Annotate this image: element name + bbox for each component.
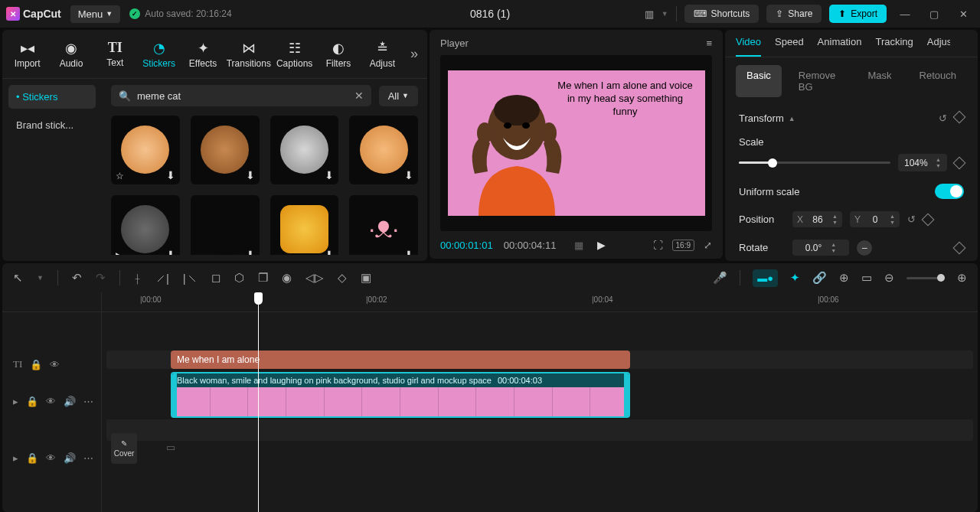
sticker-item[interactable]: ⬇ [349,116,418,184]
text-clip[interactable]: Me when I am alone [171,351,630,369]
download-icon[interactable]: ⬇ [166,169,175,181]
more-icon[interactable]: ⋯ [83,396,93,407]
mute-icon[interactable]: 🔊 [64,396,76,407]
tab-transitions[interactable]: ⋈Transitions [225,37,273,72]
sticker-item[interactable]: ·ᴥ·⬇ [349,195,418,255]
inspector-tab-animation[interactable]: Animation [818,36,862,57]
reset-icon[interactable]: ↺ [907,214,916,225]
sticker-item[interactable]: ⬇ [191,195,260,255]
keyframe-icon[interactable] [953,241,966,254]
inspector-tab-video[interactable]: Video [736,36,761,57]
tab-filters[interactable]: ◐Filters [316,37,360,72]
visibility-icon[interactable]: 👁 [46,452,56,464]
export-button[interactable]: ⬆ Export [829,5,887,23]
mic-tool[interactable]: 🎤 [713,271,727,285]
keyframe-icon[interactable] [953,156,966,169]
search-box[interactable]: 🔍 ✕ [111,85,371,106]
lock-icon[interactable]: 🔒 [30,359,42,370]
sticker-item[interactable]: ⬇ [270,116,339,184]
shortcuts-button[interactable]: ⌨ Shortcuts [684,5,760,23]
subtab-mask[interactable]: Mask [858,65,903,97]
tab-audio[interactable]: ◉Audio [49,37,93,72]
download-icon[interactable]: ⬇ [325,249,334,256]
inspector-tab-adjust[interactable]: Adjust [927,36,950,57]
tab-captions[interactable]: ☷Captions [273,37,316,72]
playhead[interactable] [258,292,259,512]
pointer-tool[interactable]: ↖ [13,271,23,285]
scale-value-input[interactable]: 104%▲▼ [898,154,947,171]
lock-icon[interactable]: 🔒 [26,396,38,407]
sidebar-item-stickers[interactable]: • Stickers [8,85,96,109]
magnet-main-tool[interactable]: ▬● [753,269,778,287]
list-view-icon[interactable]: ▦ [574,240,583,251]
download-icon[interactable]: ⬇ [166,249,175,256]
search-input[interactable] [137,90,348,102]
sticker-item[interactable]: ⬇ [270,195,339,255]
scale-slider[interactable] [739,161,890,164]
layout-icon[interactable]: ▥ [645,8,654,20]
player-menu-icon[interactable]: ≡ [706,38,712,49]
player-viewport[interactable]: Me when I am alone and voice in my head … [440,55,712,231]
close-button[interactable]: ✕ [952,3,974,24]
subtab-retouch[interactable]: Retouch [909,65,967,97]
shield-tool[interactable]: ⬡ [234,271,244,285]
trim-left-tool[interactable]: ⟋| [155,272,169,285]
keyframe-icon[interactable] [921,213,934,226]
clear-search-icon[interactable]: ✕ [354,90,364,102]
download-icon[interactable]: ⬇ [246,249,255,256]
timeline-ruler[interactable]: |00:00 |00:02 |00:04 |00:06 [102,292,978,312]
fullscreen-icon[interactable]: ⤢ [704,240,712,251]
download-icon[interactable]: ⬇ [246,169,255,181]
mirror-tool[interactable]: ◁▷ [305,271,324,285]
sidebar-item-brand[interactable]: Brand stick... [8,113,96,137]
play-button[interactable]: ▶ [597,239,606,251]
zoom-in-button[interactable]: ⊕ [957,271,967,285]
trim-right-tool[interactable]: |⟍ [183,272,198,285]
download-icon[interactable]: ⬇ [404,249,413,256]
download-icon[interactable]: ⬇ [325,169,334,181]
copy-tool[interactable]: ❐ [258,271,268,285]
sticker-item[interactable]: ☆⬇ [111,116,180,184]
maximize-button[interactable]: ▢ [923,3,945,24]
sticker-item[interactable]: ⬇ [191,116,260,184]
visibility-icon[interactable]: 👁 [46,396,56,407]
undo-button[interactable]: ↶ [72,271,82,285]
cover-button[interactable]: ✎ Cover [111,433,137,464]
download-icon[interactable]: ⬇ [404,169,413,181]
star-icon[interactable]: ☆ [116,171,124,181]
tab-import[interactable]: ▸◂Import [5,37,49,72]
rotate-input[interactable]: 0.0°▲▼ [792,240,849,256]
link-tool[interactable]: 🔗 [812,271,827,285]
video-clip[interactable]: Black woman, smile and laughing on pink … [171,372,630,418]
inspector-tab-tracking[interactable]: Tracking [875,36,913,57]
more-icon[interactable]: ⋯ [83,452,93,464]
split-tool[interactable]: ⟊ [134,272,141,285]
sticker-item[interactable]: ▶⬇ [111,195,180,255]
subtab-removebg[interactable]: Remove BG [788,65,851,97]
share-button[interactable]: ⇪ Share [766,5,822,23]
aspect-ratio[interactable]: 16:9 [672,240,694,251]
minimize-button[interactable]: — [894,3,916,24]
visibility-icon[interactable]: 👁 [50,359,60,370]
tab-effects[interactable]: ✦Effects [181,37,224,72]
subtab-basic[interactable]: Basic [736,65,782,97]
tab-text[interactable]: TIText [93,37,137,71]
crop-tool[interactable]: ◻ [211,271,220,285]
zoom-slider[interactable] [906,277,945,279]
mute-icon[interactable]: 🔊 [64,452,76,464]
add-track-icon[interactable]: ▭ [166,442,175,453]
rotate-tool[interactable]: ◇ [338,271,347,285]
position-y-input[interactable]: Y0▲▼ [850,211,900,227]
play-tool[interactable]: ◉ [282,271,292,285]
uniform-scale-toggle[interactable] [935,184,964,199]
zoom-out-button[interactable]: ⊖ [884,271,894,285]
menu-button[interactable]: Menu ▼ [70,5,120,23]
redo-button[interactable]: ↷ [96,271,106,285]
filter-all-button[interactable]: All▼ [379,86,418,106]
rotate-dial[interactable]: − [857,240,872,256]
play-icon[interactable]: ▶ [116,250,122,256]
reset-icon[interactable]: ↺ [939,113,947,124]
preview-tool[interactable]: ▭ [861,271,872,285]
inspector-tab-speed[interactable]: Speed [775,36,804,57]
frame-tool[interactable]: ▣ [361,271,371,285]
